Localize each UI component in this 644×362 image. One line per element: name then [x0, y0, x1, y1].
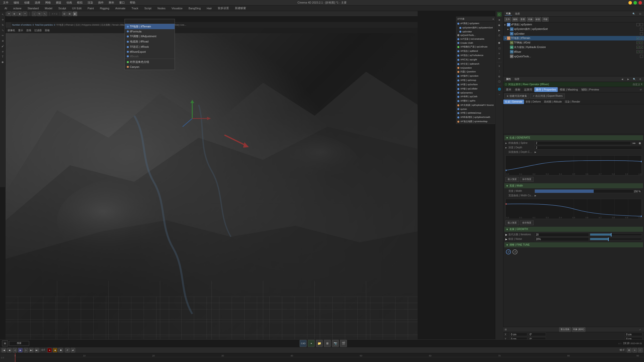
tree-item-hydraulic[interactable]: HE 水力侵蚀 | Hydraulic Erosion ✓ ✓: [506, 45, 644, 50]
icon-magnet[interactable]: ⊕: [1, 38, 5, 43]
top-menu-file[interactable]: 文件: [2, 1, 10, 5]
vp-filter-btn[interactable]: 过滤器: [33, 28, 43, 32]
top-menu-plugins[interactable]: 插件: [97, 1, 105, 5]
minimize-button[interactable]: [628, 1, 632, 5]
tl-loop[interactable]: ↺: [65, 348, 70, 352]
xp-obj-xpsystem[interactable]: xP系统 | xpSystem: [456, 21, 495, 26]
top-menu-snap[interactable]: 捕捉: [55, 1, 62, 5]
coord-x-scale[interactable]: [625, 333, 642, 336]
top-menu-simulate[interactable]: 模拟: [76, 1, 84, 5]
growth-section-header[interactable]: ▼ 发展 | GROWTH: [504, 227, 643, 232]
obj-tb-view[interactable]: 查看: [519, 17, 526, 22]
icon-knife[interactable]: ⌀: [1, 49, 5, 54]
create-rivers-btn[interactable]: ⊕ 创建河流对象集: [504, 94, 529, 99]
tree-item-tfriver[interactable]: TR tfRiver ✓ ✓: [506, 50, 644, 54]
dropdown-item-2[interactable]: TF调整 | tfAdjustment: [125, 34, 175, 39]
tb-mode5[interactable]: ⌖: [23, 12, 27, 16]
coord-x-pos[interactable]: [510, 333, 527, 336]
taskbar-misc3[interactable]: 🎬: [340, 340, 347, 347]
depth-expand[interactable]: ▶: [505, 147, 507, 149]
width-section-header[interactable]: ▼ 宽度 | Width: [504, 183, 643, 188]
search-taskbar-btn[interactable]: 搜索: [9, 341, 29, 346]
xp-obj-xpbranch[interactable]: XP分支 | xpBranch: [456, 62, 495, 66]
top-menu-edit[interactable]: 编辑: [13, 1, 20, 5]
icon-select[interactable]: ↖: [1, 12, 5, 17]
xp-obj-xpaction[interactable]: XP操作 | xpAction: [456, 74, 495, 78]
taskbar-misc1[interactable]: 🖥: [324, 340, 331, 347]
xp-obj-nxconstraints[interactable]: nxT渲染 | nxConstraints: [456, 37, 495, 41]
vp-options-btn[interactable]: 选项: [25, 28, 32, 32]
tree-check2-xpsystem[interactable]: [640, 23, 643, 26]
tb-snap1[interactable]: ⊟: [62, 12, 67, 16]
timeline-track[interactable]: 0 F 0 10 20 30 40 50 60 70 80 90: [0, 353, 644, 362]
refresh-icon[interactable]: ↺: [638, 87, 643, 92]
dropdown-item-7[interactable]: 对所选角色分组: [125, 59, 175, 65]
rp-icon-info[interactable]: ⓘ: [497, 79, 502, 84]
generate-section-header[interactable]: ▼ 生成 | GENERATE: [504, 135, 643, 140]
tl-layout2[interactable]: ≡: [632, 348, 637, 352]
node-tab-scene[interactable]: 场景: [513, 77, 520, 81]
tree-check-tfriver[interactable]: ✓: [636, 50, 639, 53]
xp-obj-xplight[interactable]: XP灯光 | xpLight: [456, 58, 495, 62]
rp-icon-material[interactable]: ◉: [497, 23, 502, 27]
coord-tab-reset[interactable]: 复位变换: [559, 327, 571, 332]
tab-paint[interactable]: Paint: [85, 6, 96, 10]
taskbar-folder[interactable]: 📁: [316, 340, 323, 347]
dropdown-item-3[interactable]: 地道路 | tfRoad: [125, 39, 175, 44]
tab-newframe[interactable]: 新建帧窗: [232, 6, 249, 11]
rp-icon-brush2[interactable]: ✏: [497, 56, 502, 61]
xp-obj-xpjoin[interactable]: xpJoin: [456, 107, 495, 111]
tl-go-next-step[interactable]: ▷: [24, 348, 28, 352]
3d-viewport[interactable]: 摄像机 显示 选项 过滤器 面板 透视图 | 工程 网格间距: 50 cm ⊞ …: [6, 28, 418, 347]
tray-icons[interactable]: ⌂ ↑: [618, 341, 622, 346]
tb-move[interactable]: ↕: [32, 12, 36, 16]
tab-sculpt[interactable]: Sculpt: [56, 6, 69, 10]
rp-icon-anim[interactable]: ⏱: [497, 33, 502, 38]
rp-icon-scene[interactable]: ◈: [497, 17, 502, 22]
xp-obj-nxquestion[interactable]: nxQuestion: [456, 66, 495, 70]
rp-icon-particle[interactable]: ⋮: [497, 69, 502, 73]
spline-expand[interactable]: ▶: [505, 142, 507, 144]
tree-check-quicktools[interactable]: [640, 55, 643, 58]
taskbar-chrome[interactable]: ●: [308, 340, 315, 347]
dropdown-item-4[interactable]: TF岩石 | tfRock: [125, 44, 175, 50]
depth-load-btn[interactable]: 载入预置: [505, 177, 519, 182]
tree-item-tfgrid[interactable]: TG TF网格 | tfGrid ✓ ✓: [506, 40, 644, 45]
tree-check-tfterrain[interactable]: ✓: [636, 37, 639, 40]
rp-icon-xpresso[interactable]: ◻: [497, 46, 502, 50]
tb-render[interactable]: ▶: [73, 12, 77, 16]
node-search-icon[interactable]: 🔍: [632, 77, 636, 81]
xp-obj-xpmetagroup[interactable]: XP组 | xpMetaGroup: [456, 111, 495, 115]
top-menu-window[interactable]: 窗口: [118, 1, 126, 5]
iterations-input[interactable]: [535, 233, 589, 237]
header-tab-scene[interactable]: 场景: [514, 12, 521, 16]
xp-obj-xpemitter[interactable]: xpEmitter: [456, 30, 495, 33]
tl-record[interactable]: ●: [47, 348, 52, 352]
tl-play[interactable]: ▶: [18, 348, 23, 352]
tree-check2-tfriver[interactable]: ✓: [640, 50, 643, 53]
dropdown-item-8[interactable]: Canyon: [125, 65, 175, 69]
tb-mode3[interactable]: ⊕: [12, 12, 17, 16]
tree-item-tfterrain[interactable]: ▼ TF TF地形 | tfTerrain ✓ ✓: [503, 36, 644, 40]
tl-go-next[interactable]: ▶|: [29, 348, 34, 352]
noise-expand[interactable]: ▶: [505, 238, 507, 241]
tl-go-prev-step[interactable]: ◁: [13, 348, 17, 352]
xp-obj-xpsystemsort[interactable]: xpSystem插件 | xpSystemSort: [456, 26, 495, 30]
depth-curve-editor[interactable]: 0.00.10.20.30.40.50.60.70.80.91.0: [505, 155, 642, 175]
tab-nodes[interactable]: Nodes: [155, 6, 168, 10]
rp-icon-node[interactable]: ⬟: [497, 40, 502, 45]
rp-icon-settings[interactable]: ⚙: [497, 74, 502, 79]
xp-obj-xpturbulence[interactable]: XP混合 | xpTurbulence: [456, 53, 495, 58]
tree-check-xpsystemsort[interactable]: [640, 28, 643, 31]
icon-rotate[interactable]: ↻: [1, 23, 5, 27]
node-nav-fwd[interactable]: ▶: [626, 77, 630, 81]
icon-camera[interactable]: ◉: [1, 60, 5, 64]
dropdown-item-6[interactable]: tfBrush: [125, 54, 175, 59]
tree-check2-tfgrid[interactable]: ✓: [640, 41, 643, 44]
xp-obj-xpcloth[interactable]: XP布料 | xpCloth: [456, 95, 495, 99]
fine-tune-header[interactable]: ▼ 调整 | FINE TUNE: [504, 242, 643, 247]
tree-item-quicktools[interactable]: QT xpQuickTools...: [506, 54, 644, 59]
tl-auto-key[interactable]: ⏺: [58, 348, 63, 352]
xp-obj-xpvertexmap[interactable]: XP顶点地图 | xpVertexMap: [456, 119, 495, 124]
noise-input[interactable]: [535, 237, 589, 241]
